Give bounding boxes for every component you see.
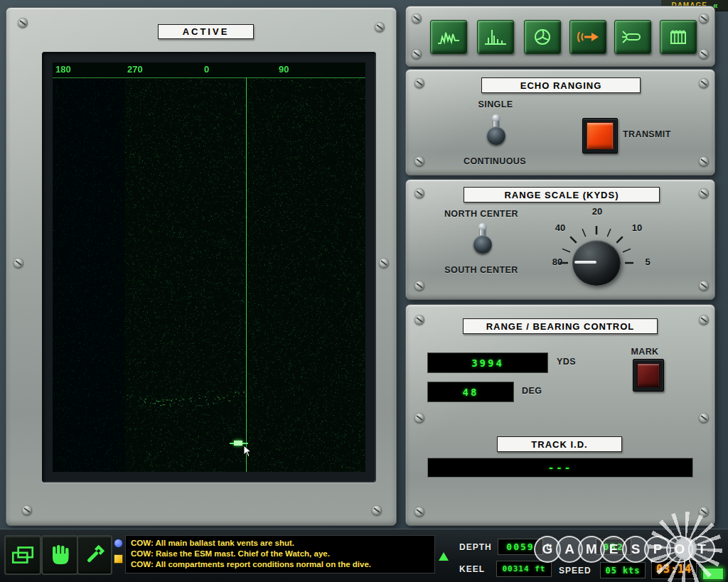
- game-screen: DAMAGE « ACTIVE 180 270 0 90: [0, 0, 728, 582]
- screw-icon: [414, 78, 424, 88]
- range-tick-5: 5: [641, 257, 655, 267]
- screw-icon: [379, 258, 389, 268]
- screw-icon: [699, 49, 709, 59]
- speed-label: SPEED: [559, 566, 592, 576]
- contact-marker-core: [234, 441, 242, 446]
- message-line: COW: All compartments report conditions …: [131, 559, 429, 570]
- track-id-display: ---: [427, 458, 693, 478]
- screw-icon: [22, 505, 32, 515]
- track-id-title: TRACK I.D.: [497, 436, 622, 452]
- toolbar-button-active-sonar[interactable]: [569, 20, 606, 54]
- echo-ranging-title: ECHO RANGING: [481, 77, 641, 93]
- transmit-button-bezel: [582, 118, 618, 153]
- mark-label: MARK: [625, 347, 665, 357]
- transmit-button[interactable]: [587, 122, 614, 149]
- screw-icon: [414, 315, 424, 325]
- toolbar-button-signal-ejector[interactable]: [660, 20, 697, 54]
- echo-ranging-panel: ECHO RANGING SINGLE CONTINUOUS TRANSMIT: [405, 69, 715, 176]
- toolbar-button-torpedo[interactable]: [614, 20, 651, 54]
- broadband-waveform-icon: [435, 26, 462, 48]
- south-center-label: SOUTH CENTER: [429, 265, 533, 275]
- speed-display: 05 kts: [600, 562, 646, 578]
- bearing-cursor-line[interactable]: [246, 77, 247, 472]
- sonar-display[interactable]: 180 270 0 90: [53, 63, 365, 472]
- toolbar-button-sonar-fan[interactable]: [524, 20, 561, 54]
- ping-mode-toggle[interactable]: [486, 115, 507, 149]
- range-tick-10: 10: [628, 222, 646, 233]
- range-unit-label: YDS: [557, 357, 592, 367]
- bearing-unit-label: DEG: [522, 386, 557, 396]
- bearing-scale-line: [53, 77, 365, 78]
- mark-button[interactable]: [637, 363, 660, 387]
- status-bar: COW: All main ballast tank vents are shu…: [0, 529, 728, 582]
- message-line: COW: All main ballast tank vents are shu…: [131, 538, 429, 549]
- transmit-label: TRANSMIT: [623, 129, 694, 139]
- mouse-cursor-icon: [243, 445, 252, 458]
- yellow-indicator-light: [114, 554, 123, 564]
- depth-unit-label: ft: [546, 542, 552, 551]
- screw-icon: [414, 281, 424, 291]
- screw-icon: [414, 156, 424, 166]
- center-mode-toggle[interactable]: [472, 224, 493, 258]
- ping-mode-single-label: SINGLE: [465, 99, 526, 109]
- crew-orders-button[interactable]: [41, 535, 78, 575]
- keel-label: KEEL: [459, 564, 485, 574]
- screw-icon: [414, 413, 424, 423]
- repairs-button[interactable]: [77, 535, 112, 575]
- depth-label: DEPTH: [459, 542, 492, 552]
- console-icon: [9, 543, 36, 567]
- toolbar-button-narrowband[interactable]: [477, 20, 514, 54]
- message-log: COW: All main ballast tank vents are shu…: [125, 535, 435, 573]
- up-triangle-icon: [439, 552, 449, 561]
- ping-mode-continuous-label: CONTINUOUS: [459, 156, 530, 166]
- message-line: COW: Raise the ESM mast. Chief of the Wa…: [131, 549, 429, 559]
- range-display: 3994: [427, 352, 548, 373]
- screw-icon: [18, 18, 28, 28]
- log-scroll-up-button[interactable]: [437, 546, 451, 566]
- ballast-panel-button[interactable]: [4, 535, 41, 575]
- range-scale-title: RANGE SCALE (KYDS): [464, 187, 660, 203]
- screw-icon: [699, 507, 709, 517]
- screw-icon: [699, 156, 709, 166]
- toolbar-button-broadband[interactable]: [430, 20, 467, 54]
- range-scale-knob[interactable]: [572, 240, 621, 286]
- screw-icon: [699, 281, 709, 291]
- toggle-base: [473, 235, 492, 254]
- bearing-display: 48: [427, 382, 514, 402]
- range-bearing-panel: RANGE / BEARING CONTROL 3994 YDS MARK 48…: [405, 304, 715, 526]
- screw-icon: [699, 413, 709, 423]
- toggle-base: [487, 126, 505, 145]
- blue-indicator-light: [114, 539, 123, 548]
- clock-display: 03:14: [651, 559, 697, 579]
- screw-icon: [375, 22, 385, 32]
- sonar-mode-title: ACTIVE: [158, 24, 254, 39]
- range-tick-80: 80: [548, 257, 567, 267]
- speed-value: 05: [605, 566, 616, 576]
- sonar-display-bezel: 180 270 0 90: [42, 52, 376, 483]
- sonar-fan-icon: [529, 26, 556, 48]
- narrowband-spectrum-icon: [482, 26, 509, 48]
- bearing-label-90: 90: [279, 64, 289, 75]
- keel-display: 00314 ft: [496, 561, 552, 577]
- screw-icon: [412, 14, 422, 23]
- bearing-label-0: 0: [204, 64, 209, 75]
- station-toolbar: [405, 6, 715, 67]
- mark-button-bezel: [633, 359, 664, 392]
- screw-icon: [372, 505, 382, 515]
- knob-pointer: [574, 261, 596, 264]
- screw-icon: [699, 188, 709, 198]
- screw-icon: [699, 315, 709, 325]
- depth-display: 0059: [498, 539, 543, 555]
- north-center-label: NORTH CENTER: [432, 209, 531, 219]
- active-ping-icon: [574, 26, 601, 48]
- screw-icon: [414, 188, 424, 198]
- screw-icon: [699, 14, 709, 23]
- hand-icon: [47, 543, 73, 567]
- range-scale-panel: RANGE SCALE (KYDS) NORTH CENTER SOUTH CE…: [405, 179, 715, 300]
- sonar-panel: ACTIVE 180 270 0 90: [6, 7, 397, 526]
- screw-icon: [699, 78, 709, 88]
- ordered-depth-display: 052: [596, 539, 631, 555]
- torpedo-icon: [619, 26, 646, 48]
- screw-icon: [414, 507, 424, 517]
- bearing-label-270: 270: [127, 64, 143, 75]
